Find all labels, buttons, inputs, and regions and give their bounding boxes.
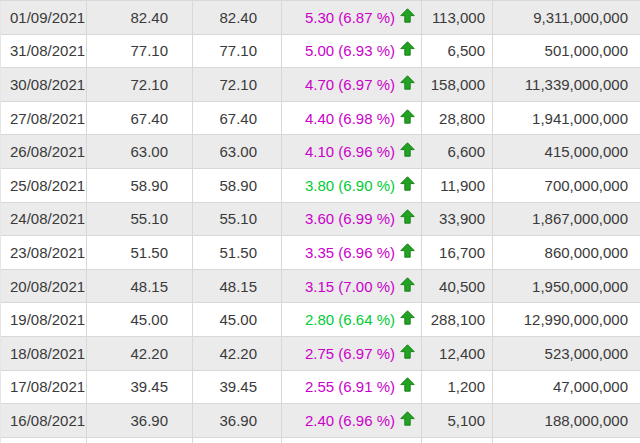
value-cell: 501,000,000 xyxy=(493,35,640,68)
price-cell: 45.00 xyxy=(87,303,193,336)
table-row: 19/08/2021 45.00 45.00 2.80 (6.64 %) 288… xyxy=(1,303,640,337)
up-arrow-icon xyxy=(400,411,415,426)
change-text: 3.15 (7.00 %) xyxy=(305,278,395,295)
table-row: 24/08/2021 55.10 55.10 3.60 (6.99 %) 33,… xyxy=(1,203,640,237)
date-cell: 26/08/2021 xyxy=(1,135,87,168)
table-row: 31/08/2021 77.10 77.10 5.00 (6.93 %) 6,5… xyxy=(1,35,640,69)
price-cell-2: 45.00 xyxy=(193,303,282,336)
change-cell: 3.15 (7.00 %) xyxy=(282,270,422,303)
value-cell: 1,941,000,000 xyxy=(493,102,640,135)
value-cell: 415,000,000 xyxy=(493,135,640,168)
value-cell: 12,990,000,000 xyxy=(493,303,640,336)
change-text: 5.30 (6.87 %) xyxy=(305,9,395,26)
value-cell: 47,000,000 xyxy=(493,371,640,404)
up-arrow-icon xyxy=(400,209,415,224)
change-text: 4.10 (6.96 %) xyxy=(305,143,395,160)
price-cell: 63.00 xyxy=(87,135,193,168)
price-cell-2: 36.90 xyxy=(193,404,282,437)
volume-cell: 288,100 xyxy=(422,303,493,336)
price-cell: 51.50 xyxy=(87,236,193,269)
change-cell: 3.35 (6.96 %) xyxy=(282,236,422,269)
change-cell: 3.80 (6.90 %) xyxy=(282,169,422,202)
table-row: 17/08/2021 39.45 39.45 2.55 (6.91 %) 1,2… xyxy=(1,371,640,405)
price-cell-2: 51.50 xyxy=(193,236,282,269)
volume-cell: 16,700 xyxy=(422,236,493,269)
change-text: 3.35 (6.96 %) xyxy=(305,244,395,261)
change-cell: 5.00 (6.93 %) xyxy=(282,35,422,68)
change-text: 2.75 (6.97 %) xyxy=(305,345,395,362)
table-row: 27/08/2021 67.40 67.40 4.40 (6.98 %) 28,… xyxy=(1,102,640,136)
price-cell-2: 77.10 xyxy=(193,35,282,68)
value-cell: 1,867,000,000 xyxy=(493,203,640,236)
change-text: 4.70 (6.97 %) xyxy=(305,76,395,93)
up-arrow-icon xyxy=(400,277,415,292)
volume-cell: 158,000 xyxy=(422,68,493,101)
price-cell: 36.90 xyxy=(87,404,193,437)
volume-cell: 6,600 xyxy=(422,135,493,168)
value-cell: 188,000,000 xyxy=(493,404,640,437)
change-cell: 3.60 (6.99 %) xyxy=(282,203,422,236)
volume-cell: 1,200 xyxy=(422,371,493,404)
change-cell: 4.70 (6.97 %) xyxy=(282,68,422,101)
up-arrow-icon xyxy=(400,75,415,90)
date-cell: 19/08/2021 xyxy=(1,303,87,336)
change-text: 4.40 (6.98 %) xyxy=(305,110,395,127)
up-arrow-icon xyxy=(400,310,415,325)
date-cell: 20/08/2021 xyxy=(1,270,87,303)
volume-cell: 11,900 xyxy=(422,169,493,202)
up-arrow-icon xyxy=(400,377,415,392)
table-row: 16/08/2021 36.90 36.90 2.40 (6.96 %) 5,1… xyxy=(1,404,640,438)
price-cell: 48.15 xyxy=(87,270,193,303)
price-cell-2: 67.40 xyxy=(193,102,282,135)
date-cell: 16/08/2021 xyxy=(1,404,87,437)
price-cell: 42.20 xyxy=(87,337,193,370)
change-cell: 2.55 (6.91 %) xyxy=(282,371,422,404)
date-cell: 25/08/2021 xyxy=(1,169,87,202)
change-cell: 4.40 (6.98 %) xyxy=(282,102,422,135)
table-row: 01/09/2021 82.40 82.40 5.30 (6.87 %) 113… xyxy=(1,1,640,35)
change-cell: 2.80 (6.64 %) xyxy=(282,303,422,336)
change-cell: 5.30 (6.87 %) xyxy=(282,1,422,34)
up-arrow-icon xyxy=(400,243,415,258)
value-cell: 860,000,000 xyxy=(493,236,640,269)
table-row: 25/08/2021 58.90 58.90 3.80 (6.90 %) 11,… xyxy=(1,169,640,203)
price-cell: 72.10 xyxy=(87,68,193,101)
volume-cell: 33,900 xyxy=(422,203,493,236)
price-cell-2: 58.90 xyxy=(193,169,282,202)
change-text: 3.60 (6.99 %) xyxy=(305,210,395,227)
change-text: 5.00 (6.93 %) xyxy=(305,42,395,59)
volume-cell: 40,500 xyxy=(422,270,493,303)
value-cell: 9,311,000,000 xyxy=(493,1,640,34)
up-arrow-icon xyxy=(400,142,415,157)
price-history-table: 01/09/2021 82.40 82.40 5.30 (6.87 %) 113… xyxy=(0,0,640,443)
price-cell-2: 48.15 xyxy=(193,270,282,303)
up-arrow-icon xyxy=(400,109,415,124)
price-cell: 55.10 xyxy=(87,203,193,236)
change-cell: 2.40 (6.96 %) xyxy=(282,404,422,437)
price-cell-2: 63.00 xyxy=(193,135,282,168)
price-cell-2: 82.40 xyxy=(193,1,282,34)
change-text: 2.55 (6.91 %) xyxy=(305,378,395,395)
up-arrow-icon xyxy=(400,176,415,191)
price-cell: 82.40 xyxy=(87,1,193,34)
change-text: 2.80 (6.64 %) xyxy=(305,311,395,328)
price-cell: 39.45 xyxy=(87,371,193,404)
table-row: 18/08/2021 42.20 42.20 2.75 (6.97 %) 12,… xyxy=(1,337,640,371)
price-cell: 58.90 xyxy=(87,169,193,202)
date-cell: 23/08/2021 xyxy=(1,236,87,269)
price-cell-2: 55.10 xyxy=(193,203,282,236)
change-cell: 2.75 (6.97 %) xyxy=(282,337,422,370)
price-cell-2: 39.45 xyxy=(193,371,282,404)
change-text: 3.80 (6.90 %) xyxy=(305,177,395,194)
volume-cell: 6,500 xyxy=(422,35,493,68)
partial-table-row xyxy=(1,438,640,443)
table-row: 30/08/2021 72.10 72.10 4.70 (6.97 %) 158… xyxy=(1,68,640,102)
price-cell: 67.40 xyxy=(87,102,193,135)
table-row: 23/08/2021 51.50 51.50 3.35 (6.96 %) 16,… xyxy=(1,236,640,270)
up-arrow-icon xyxy=(400,41,415,56)
price-cell-2: 72.10 xyxy=(193,68,282,101)
up-arrow-icon xyxy=(400,8,415,23)
value-cell: 11,339,000,000 xyxy=(493,68,640,101)
value-cell: 523,000,000 xyxy=(493,337,640,370)
date-cell: 01/09/2021 xyxy=(1,1,87,34)
